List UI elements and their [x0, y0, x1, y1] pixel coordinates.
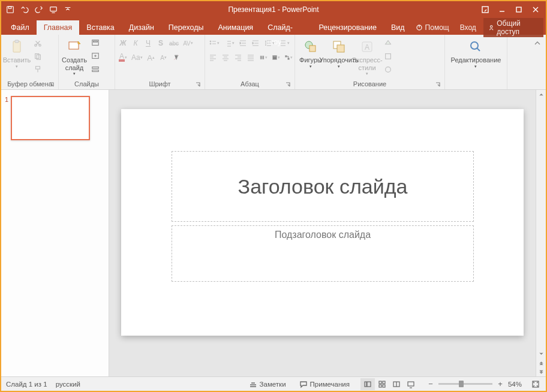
save-icon[interactable]: [4, 3, 17, 16]
text-direction-icon[interactable]: ▾: [278, 37, 291, 49]
tab-file[interactable]: Файл: [4, 20, 37, 35]
scroll-down-icon[interactable]: [537, 349, 546, 358]
undo-icon[interactable]: [18, 3, 31, 16]
maximize-icon[interactable]: [511, 3, 527, 16]
redo-icon[interactable]: [32, 3, 46, 16]
ribbon-tabs: Файл Главная Вставка Дизайн Переходы Ани…: [1, 18, 546, 35]
tab-view[interactable]: Вид: [384, 20, 412, 35]
start-from-beginning-icon[interactable]: [47, 3, 60, 16]
shape-effects-icon[interactable]: [382, 64, 394, 76]
clear-formatting-icon[interactable]: [171, 52, 182, 64]
tab-review[interactable]: Рецензирование: [311, 20, 384, 35]
tab-slideshow[interactable]: Слайд-шоу: [260, 20, 311, 35]
slide-thumbnails-panel: 1: [1, 90, 109, 376]
zoom-in-button[interactable]: +: [496, 380, 504, 388]
shape-outline-icon[interactable]: [382, 50, 394, 62]
editing-button[interactable]: Редактирование▾: [451, 37, 501, 70]
title-placeholder[interactable]: Заголовок слайда: [172, 151, 474, 222]
strike-button[interactable]: abc: [168, 37, 180, 49]
collapse-ribbon-icon[interactable]: [531, 37, 543, 49]
change-case-button[interactable]: Aa▾: [130, 52, 144, 64]
thumbnail-number: 1: [5, 96, 8, 140]
italic-button[interactable]: К: [130, 37, 141, 49]
new-slide-button[interactable]: Создать слайд▾: [61, 37, 88, 77]
comments-button[interactable]: Примечания: [297, 380, 352, 388]
section-icon[interactable]: [89, 64, 101, 76]
group-paragraph: ▾ ▾ ▾ ▾ ▾ ▾ ▾ Абзац: [205, 35, 295, 89]
columns-icon[interactable]: ▾: [258, 52, 269, 64]
zoom-out-button[interactable]: −: [426, 380, 435, 388]
quick-styles-button[interactable]: A Экспресс- стили▾: [354, 37, 380, 77]
svg-rect-19: [92, 70, 99, 72]
smartart-icon[interactable]: ▾: [283, 52, 294, 64]
paste-button[interactable]: Вставить▾: [4, 37, 30, 70]
slide-canvas-area[interactable]: Заголовок слайда Подзаголовок слайда: [109, 90, 536, 376]
tab-insert[interactable]: Вставка: [79, 20, 121, 35]
zoom-slider-thumb[interactable]: [459, 381, 464, 387]
group-label-clipboard: Буфер обмена: [4, 79, 56, 89]
line-spacing-icon[interactable]: ▾: [263, 37, 276, 49]
quick-access-toolbar: [4, 3, 74, 16]
underline-button[interactable]: Ч: [143, 37, 154, 49]
close-icon[interactable]: [528, 3, 543, 16]
shape-fill-icon[interactable]: [382, 37, 394, 49]
shapes-button[interactable]: Фигуры▾: [297, 37, 324, 70]
scroll-up-icon[interactable]: [537, 90, 546, 99]
align-center-icon[interactable]: [220, 52, 231, 64]
subtitle-placeholder[interactable]: Подзаголовок слайда: [172, 225, 474, 282]
minimize-icon[interactable]: [494, 3, 510, 16]
bold-button[interactable]: Ж: [118, 37, 128, 49]
align-left-icon[interactable]: [208, 52, 218, 64]
copy-icon[interactable]: [32, 50, 44, 62]
zoom-slider[interactable]: [438, 383, 492, 385]
increase-indent-icon[interactable]: [250, 37, 261, 49]
next-slide-icon[interactable]: [537, 367, 546, 376]
prev-slide-icon[interactable]: [537, 358, 546, 367]
char-spacing-button[interactable]: AV▾: [182, 37, 194, 49]
tell-me-button[interactable]: Помощ: [412, 23, 453, 32]
align-text-icon[interactable]: ▾: [271, 52, 281, 64]
cut-icon[interactable]: [32, 37, 44, 49]
share-button[interactable]: Общий доступ: [483, 18, 543, 37]
decrease-indent-icon[interactable]: [238, 37, 248, 49]
reading-view-icon[interactable]: [389, 378, 404, 390]
slide-sorter-icon[interactable]: [375, 378, 389, 390]
decrease-font-button[interactable]: A▾: [158, 52, 169, 64]
tab-animations[interactable]: Анимация: [211, 20, 260, 35]
layout-icon[interactable]: [89, 37, 101, 49]
svg-rect-36: [379, 381, 381, 384]
arrange-button[interactable]: Упорядочить▾: [326, 37, 352, 70]
shadow-button[interactable]: S: [155, 37, 166, 49]
svg-rect-26: [309, 46, 315, 52]
increase-font-button[interactable]: A▴: [146, 52, 157, 64]
signin-button[interactable]: Вход: [456, 23, 480, 32]
slideshow-view-icon[interactable]: [404, 378, 418, 390]
new-slide-label: Создать слайд: [62, 56, 87, 71]
clipboard-launcher-icon[interactable]: [49, 82, 55, 88]
language-indicator[interactable]: русский: [56, 381, 80, 388]
reset-icon[interactable]: [89, 50, 101, 62]
zoom-level[interactable]: 54%: [508, 381, 522, 388]
status-bar: Слайд 1 из 1 русский Заметки Примечания …: [1, 376, 546, 391]
justify-icon[interactable]: [245, 52, 256, 64]
align-right-icon[interactable]: [233, 52, 244, 64]
font-launcher-icon[interactable]: [195, 82, 201, 88]
thumbnail-item[interactable]: 1: [5, 96, 105, 140]
drawing-launcher-icon[interactable]: [435, 82, 441, 88]
paragraph-launcher-icon[interactable]: [285, 82, 291, 88]
arrange-icon: [330, 38, 347, 55]
vertical-scrollbar[interactable]: [536, 90, 546, 376]
fit-to-window-icon[interactable]: [530, 379, 541, 390]
notes-button[interactable]: Заметки: [247, 380, 288, 388]
ribbon-display-options-icon[interactable]: [477, 3, 493, 16]
numbering-icon[interactable]: ▾: [223, 37, 236, 49]
tab-design[interactable]: Дизайн: [122, 20, 161, 35]
font-color-button[interactable]: A▾: [118, 52, 128, 64]
format-painter-icon[interactable]: [32, 64, 44, 76]
qat-customize-icon[interactable]: [61, 3, 74, 16]
tab-home[interactable]: Главная: [37, 20, 80, 35]
slide-counter[interactable]: Слайд 1 из 1: [6, 381, 47, 388]
bullets-icon[interactable]: ▾: [208, 37, 221, 49]
tab-transitions[interactable]: Переходы: [161, 20, 211, 35]
normal-view-icon[interactable]: [360, 378, 375, 390]
